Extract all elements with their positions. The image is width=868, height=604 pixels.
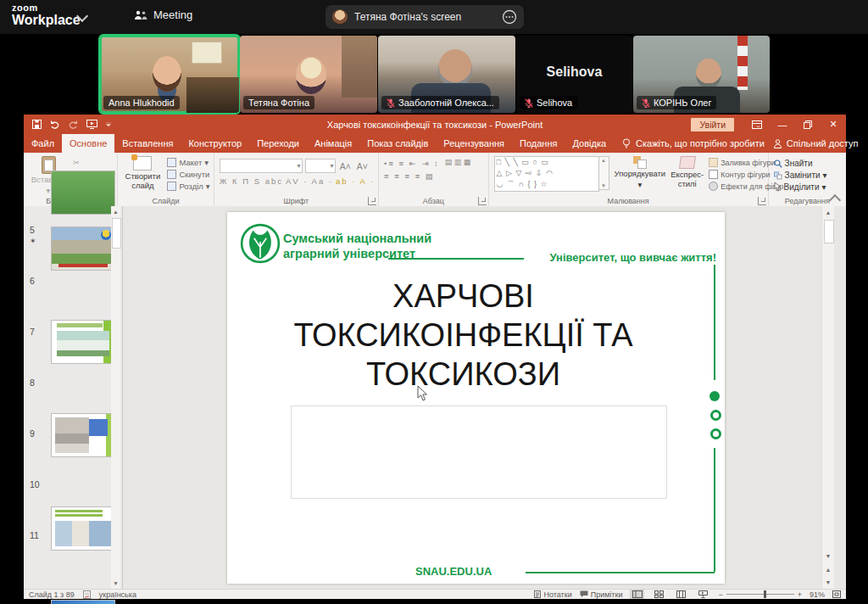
tab-insert[interactable]: Вставлення <box>114 134 181 153</box>
meeting-tab[interactable]: Meeting <box>134 8 192 21</box>
paragraph-dialog-launcher-icon[interactable] <box>478 197 487 205</box>
slide-canvas[interactable]: Сумський національний аграрний університ… <box>123 206 846 589</box>
tab-home[interactable]: Основне <box>62 134 114 153</box>
comments-button[interactable]: Примітки <box>580 590 623 599</box>
slide-thumbnail[interactable] <box>52 414 114 456</box>
font-name-select[interactable]: ▾ <box>220 159 303 173</box>
close-button[interactable]: ✕ <box>821 115 846 134</box>
participant-video-tetiana[interactable]: Тетяна Фотіна <box>240 36 377 113</box>
slide-thumbnail[interactable] <box>52 507 114 550</box>
slide-thumbnail-panel[interactable]: 5 ✶ 6 7 8 9 10 11 ▲ ▼ <box>24 206 123 589</box>
font-color-buttons[interactable]: ab · A · <box>336 176 375 186</box>
powerpoint-title-bar[interactable]: Харчові токсикоінфекції та токсикози - P… <box>24 115 846 134</box>
previous-slide-button[interactable]: ▲ <box>822 564 834 575</box>
thumbnail-scrollbar[interactable]: ▲ ▼ <box>111 206 120 589</box>
more-options-icon[interactable] <box>502 9 517 25</box>
shapes-gallery-scroll[interactable]: ▲ ▼ <box>599 156 609 190</box>
thumbnail-scroll-down-icon[interactable]: ▼ <box>111 579 120 588</box>
tab-view[interactable]: Подання <box>512 134 565 153</box>
participant-video-anna[interactable]: Anna Hlukhodid <box>100 36 239 113</box>
font-style-buttons[interactable]: Ж К П S abc <box>220 176 283 186</box>
slide-scrollbar[interactable]: ▲ ▼ ▲ ▼ <box>821 206 834 589</box>
slide-thumbnail-partial[interactable] <box>52 171 114 214</box>
layout-button[interactable]: Макет▾ <box>167 158 209 167</box>
tab-animations[interactable]: Анімація <box>307 134 359 153</box>
notes-button[interactable]: Нотатки <box>534 590 571 599</box>
increase-font-button[interactable]: А˄ <box>338 161 353 171</box>
sign-in-button[interactable]: Увійти <box>691 118 734 131</box>
cut-button[interactable]: ✂ <box>73 158 80 167</box>
participant-video-korin[interactable]: КОРІНЬ Олег <box>633 36 770 113</box>
shapes-scroll-down-icon[interactable]: ▼ <box>601 183 606 188</box>
zoom-control[interactable]: − + <box>718 590 802 599</box>
decrease-font-button[interactable]: А˅ <box>355 161 370 171</box>
scroll-up-icon[interactable]: ▲ <box>822 207 834 218</box>
start-slideshow-icon[interactable] <box>86 120 97 129</box>
drawing-dialog-launcher-icon[interactable] <box>758 197 766 205</box>
find-button[interactable]: Знайти <box>774 159 827 168</box>
customize-qat-icon[interactable] <box>105 122 112 127</box>
font-case-buttons[interactable]: АV · Aa · <box>286 176 333 186</box>
new-slide-button[interactable]: Створити слайд <box>123 156 162 191</box>
share-button[interactable]: Спільний доступ <box>773 138 868 148</box>
paste-dropdown-arrow[interactable]: ▾ <box>47 187 51 196</box>
tell-me-box[interactable]: Скажіть, що потрібно зробити <box>614 138 773 149</box>
minimize-button[interactable]: — <box>770 115 795 134</box>
section-button[interactable]: Розділ▾ <box>167 182 209 191</box>
paragraph-list-buttons[interactable]: •≡ ≡ ⇤ ⇥ ↕ <box>384 159 440 168</box>
shape-fill-icon <box>709 158 718 167</box>
normal-view-button[interactable] <box>630 590 644 599</box>
shapes-scroll-up-icon[interactable]: ▲ <box>601 158 606 163</box>
shapes-row-1[interactable]: □ ╲ ╲ ▭ ○ ▭ <box>497 157 597 168</box>
redo-icon[interactable] <box>68 120 79 129</box>
next-slide-button[interactable]: ▼ <box>822 577 834 588</box>
restore-button[interactable] <box>795 115 821 134</box>
thumbnail-number: 8 <box>30 378 35 388</box>
participant-video-selihova[interactable]: Selihova Selihova <box>516 36 632 113</box>
paragraph-align-buttons[interactable]: ≡ ≡ ≡ ≡ ▤ <box>384 171 440 181</box>
participant-video-zabolotnii[interactable]: Зааболотній Олекса... <box>378 36 515 113</box>
tab-transitions[interactable]: Переходи <box>249 134 307 153</box>
arrange-button[interactable]: Упорядкувати ▾ <box>615 156 666 190</box>
select-button[interactable]: Виділити ▾ <box>774 182 827 192</box>
font-size-select[interactable]: ▾ <box>305 159 336 173</box>
zoom-out-button[interactable]: − <box>718 590 722 599</box>
quick-styles-button[interactable]: Експрес-стилі <box>670 156 704 189</box>
slide-thumbnail[interactable] <box>52 321 114 363</box>
slide-thumbnail[interactable] <box>52 601 114 604</box>
thumbnail-scrollbar-thumb[interactable] <box>112 218 121 249</box>
reading-view-button[interactable] <box>674 590 688 599</box>
reset-button[interactable]: Скинути <box>167 170 209 179</box>
undo-icon[interactable] <box>49 120 60 129</box>
shapes-row-2[interactable]: △ ▷ ▽ ⇨ ⇩ ◠ <box>497 168 597 179</box>
screen-share-indicator[interactable]: Тетяна Фотіна's screen <box>326 5 524 29</box>
zoom-slider-handle[interactable] <box>764 590 766 598</box>
ribbon-display-options-button[interactable] <box>744 115 770 134</box>
tab-file[interactable]: Файл <box>24 134 62 153</box>
tab-slideshow[interactable]: Показ слайдів <box>359 134 436 153</box>
zoom-in-button[interactable]: + <box>798 590 802 599</box>
tab-help[interactable]: Довідка <box>565 134 614 153</box>
tab-review[interactable]: Рецензування <box>436 134 512 153</box>
scroll-down-icon[interactable]: ▼ <box>822 551 834 562</box>
slideshow-view-button[interactable] <box>696 590 710 599</box>
tab-design[interactable]: Конструктор <box>181 134 249 153</box>
scrollbar-thumb[interactable] <box>824 220 834 243</box>
slide-thumbnail[interactable] <box>52 227 114 270</box>
font-dialog-launcher-icon[interactable] <box>368 197 376 205</box>
slide-sorter-view-button[interactable] <box>652 590 666 599</box>
current-slide[interactable]: Сумський національний аграрний університ… <box>227 212 725 584</box>
shapes-row-3[interactable]: ◡ ⌒ ∩ { } ☆ <box>497 179 597 190</box>
slide-title[interactable]: ХАРЧОВІ ТОКСИКОІНФЕКЦІЇ ТА ТОКСИКОЗИ <box>253 277 674 394</box>
thumbnail-scroll-up-icon[interactable]: ▲ <box>111 207 120 216</box>
subtitle-placeholder[interactable] <box>291 405 667 499</box>
spell-check-icon[interactable] <box>83 590 91 599</box>
shapes-gallery[interactable]: □ ╲ ╲ ▭ ○ ▭ △ ▷ ▽ ⇨ ⇩ ◠ ◡ ⌒ ∩ { } ☆ <box>494 156 599 192</box>
replace-button[interactable]: Замінити ▾ <box>774 171 827 180</box>
text-direction-buttons[interactable]: ▤ ▥ ▦ <box>445 158 471 166</box>
zoom-slider-track[interactable] <box>726 594 794 595</box>
zoom-percentage[interactable]: 91% <box>810 590 825 599</box>
save-icon[interactable] <box>32 120 42 129</box>
fit-to-window-icon[interactable] <box>832 590 841 598</box>
language-indicator[interactable]: українська <box>99 590 136 599</box>
